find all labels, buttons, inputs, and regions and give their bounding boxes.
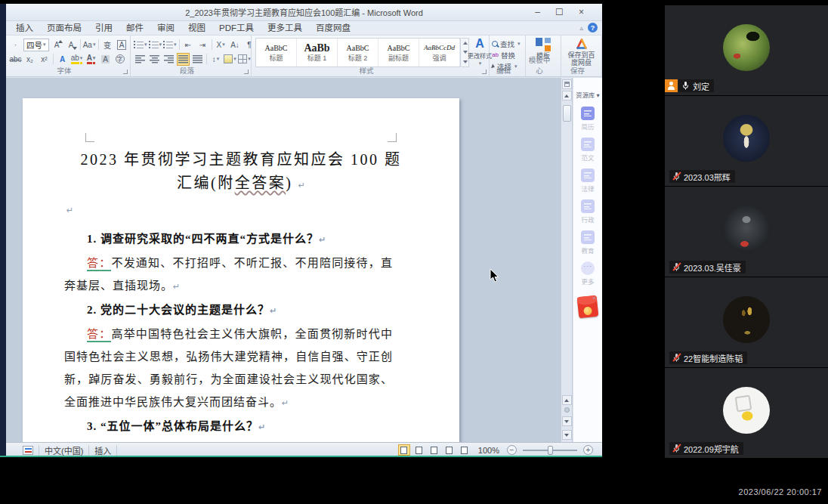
question-3[interactable]: 3. “五位一体”总体布局是什么？↵: [64, 415, 393, 439]
strikethrough-button[interactable]: abc: [9, 53, 22, 66]
print-layout-view-button[interactable]: [398, 444, 410, 456]
font-color-button[interactable]: A▾: [85, 53, 97, 66]
vertical-scrollbar[interactable]: [561, 78, 572, 442]
scroll-up-button[interactable]: [562, 91, 572, 100]
scrollbar-thumb[interactable]: [563, 105, 571, 122]
sidebar-item-administration[interactable]: 行政: [581, 199, 595, 224]
tab-pdf-tools[interactable]: PDF工具: [212, 21, 261, 36]
styles-gallery: AaBbC 标题 AaBb 标题 1 AaBbC 标题 2 AaBbC: [255, 38, 461, 67]
character-shading-button[interactable]: A: [99, 53, 112, 66]
style-heading-1[interactable]: AaBb 标题 1: [297, 39, 338, 66]
decrease-indent-button[interactable]: ⇤: [182, 39, 195, 51]
resource-library-header[interactable]: 资源库 ▾: [576, 91, 599, 100]
font-dialog-launcher[interactable]: [123, 70, 128, 74]
next-page-button[interactable]: [562, 416, 572, 426]
paragraph-dialog-launcher[interactable]: [244, 70, 249, 74]
tab-insert[interactable]: 插入: [9, 21, 40, 36]
subscript-button[interactable]: x₂: [23, 53, 36, 66]
phonetic-guide-button[interactable]: 变: [101, 39, 114, 51]
outline-view-button[interactable]: [443, 444, 456, 456]
question-2[interactable]: 2. 党的二十大会议的主题是什么？↵: [64, 298, 393, 323]
multilevel-list-button[interactable]: ▾: [163, 39, 177, 51]
borders-button[interactable]: ▾: [238, 53, 251, 66]
participant-nameplate: 2023.03邢辉: [669, 170, 735, 183]
shading-button[interactable]: ▾: [224, 53, 236, 66]
tab-baidu-pan[interactable]: 百度网盘: [309, 21, 357, 36]
find-button[interactable]: 查找▾: [490, 39, 521, 48]
style-heading[interactable]: AaBbC 标题: [256, 39, 297, 66]
zoom-slider[interactable]: [523, 450, 577, 451]
previous-page-button[interactable]: [562, 395, 572, 405]
participant-tile[interactable]: 2022.09郑宇航: [665, 368, 828, 458]
increase-indent-button[interactable]: ⇥: [196, 39, 209, 51]
participant-tile[interactable]: 22智能制造陈韬: [665, 277, 828, 367]
tab-review[interactable]: 审阅: [150, 21, 181, 36]
insert-mode-status[interactable]: 插入: [94, 444, 111, 456]
distribute-button[interactable]: [191, 53, 204, 66]
zoom-in-button[interactable]: +: [583, 445, 593, 455]
help-icon[interactable]: ?: [588, 23, 598, 32]
shrink-font-button[interactable]: A: [65, 39, 78, 51]
zoom-out-button[interactable]: −: [507, 445, 517, 455]
change-case-button[interactable]: Aa▾: [83, 39, 96, 51]
empty-paragraph[interactable]: ↵: [23, 199, 459, 221]
collapse-ribbon-icon[interactable]: ▵: [579, 24, 583, 32]
text-highlight-button[interactable]: ab▾: [70, 53, 83, 66]
character-border-button[interactable]: A: [116, 39, 128, 51]
close-button[interactable]: ×: [571, 5, 592, 19]
align-right-button[interactable]: [162, 53, 175, 66]
minimize-button[interactable]: –: [527, 5, 548, 19]
answer-2[interactable]: 答：高举中国特色社会主义伟大旗帜，全面贯彻新时代中国特色社会主义思想，弘扬伟大建…: [64, 323, 393, 415]
line-spacing-button[interactable]: ↕▾: [209, 53, 222, 66]
document-body[interactable]: 1. 调查研究采取的“四不两直“方式是什么？↵ 答：不发通知、不打招呼、不听汇报…: [23, 227, 459, 442]
answer-1[interactable]: 答：不发通知、不打招呼、不听汇报、不用陪同接待，直奔基层、直插现场。↵: [64, 252, 393, 298]
enclose-characters-button[interactable]: 字: [113, 53, 126, 66]
scroll-down-button[interactable]: [562, 430, 572, 440]
tab-page-layout[interactable]: 页面布局: [40, 21, 88, 36]
sidebar-item-resume[interactable]: 简历: [581, 107, 595, 131]
question-1[interactable]: 1. 调查研究采取的“四不两直“方式是什么？↵: [64, 227, 393, 252]
proofing-status-icon[interactable]: [23, 446, 33, 455]
fullscreen-view-button[interactable]: [413, 444, 425, 456]
tab-more-tools[interactable]: 更多工具: [261, 21, 309, 36]
numbering-button[interactable]: ▾: [149, 39, 162, 51]
sidebar-item-sample-docs[interactable]: 范文: [581, 138, 595, 162]
styles-dialog-launcher[interactable]: [482, 70, 487, 74]
sidebar-item-education[interactable]: 教育: [581, 230, 595, 255]
document-page[interactable]: 2023 年贯彻学习主题教育应知应会 100 题 汇编(附全答案) ↵ ↵ 1.…: [23, 98, 459, 442]
ruler-toggle-button[interactable]: [562, 79, 572, 89]
select-browse-object-button[interactable]: [564, 407, 570, 413]
text-effects-button[interactable]: A: [56, 53, 69, 66]
sidebar-item-more[interactable]: 更多: [581, 261, 595, 286]
font-size-combo[interactable]: 四号 ▾: [23, 39, 49, 51]
participant-tile[interactable]: 2023.03邢辉: [665, 96, 828, 186]
document-title[interactable]: 2023 年贯彻学习主题教育应知应会 100 题 汇编(附全答案) ↵: [23, 148, 459, 197]
justify-button[interactable]: [177, 53, 190, 66]
style-emphasis[interactable]: AaBbCcDd 强调: [419, 39, 460, 66]
save-to-baidu-pan-button[interactable]: 保存到百度网盘: [561, 38, 601, 66]
zoom-level[interactable]: 100%: [478, 446, 499, 455]
tab-view[interactable]: 视图: [181, 21, 212, 36]
language-status[interactable]: 中文(中国): [45, 444, 83, 456]
replace-button[interactable]: ab 替换: [490, 50, 521, 60]
sort-button[interactable]: A↓: [229, 39, 242, 51]
tab-mailings[interactable]: 邮件: [119, 21, 150, 36]
align-center-button[interactable]: [148, 53, 161, 66]
tab-references[interactable]: 引用: [88, 21, 119, 36]
zoom-slider-thumb[interactable]: [548, 446, 553, 455]
align-left-button[interactable]: [134, 53, 147, 66]
sidebar-item-law[interactable]: 法律: [581, 169, 595, 193]
superscript-button[interactable]: x²: [38, 53, 51, 66]
web-layout-view-button[interactable]: [428, 444, 440, 456]
draft-view-button[interactable]: [459, 444, 471, 456]
close-icon[interactable]: ×: [592, 295, 597, 301]
grow-font-button[interactable]: A: [51, 39, 63, 51]
style-heading-2[interactable]: AaBbC 标题 2: [338, 39, 378, 66]
participant-tile[interactable]: 2023.03.吴佳豪: [665, 187, 828, 277]
maximize-button[interactable]: ☐: [549, 5, 570, 19]
asian-layout-button[interactable]: X▾: [215, 39, 227, 51]
bullets-button[interactable]: ▾: [134, 39, 147, 51]
red-envelope-promo[interactable]: ×: [577, 295, 599, 319]
style-subtitle[interactable]: AaBbC 副标题: [378, 39, 419, 66]
participant-tile[interactable]: 刘定: [665, 5, 828, 95]
